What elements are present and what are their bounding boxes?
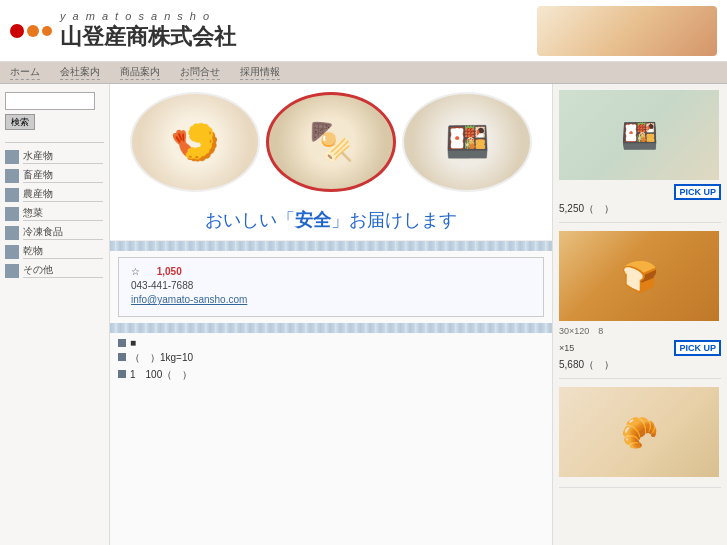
product-meta-1: PICK UP [559, 184, 721, 200]
product-price-text-1: 5,250（ ） [559, 203, 614, 214]
bullet-text-2: 1 100（ ） [130, 368, 192, 382]
sidebar-icon-5 [5, 245, 19, 259]
info-row-email: info@yamato-sansho.com [131, 294, 531, 305]
sidebar-icon-2 [5, 188, 19, 202]
info-row-phone: 043-441-7688 [131, 280, 531, 291]
hero-section: 🍤 🍢 🍱 おいしい「安全」お届けします [110, 84, 552, 241]
pickup-badge-1[interactable]: PICK UP [674, 184, 721, 200]
logo-dot-red [10, 24, 24, 38]
sidebar-item-3[interactable]: 惣菜 [5, 204, 104, 223]
sidebar-icon-6 [5, 264, 19, 278]
logo-area: y a m a t o s a n s h o 山登産商株式会社 [10, 10, 236, 52]
search-button[interactable]: 検索 [5, 114, 35, 130]
sidebar-menu: 水産物 畜産物 農産物 惣菜 冷凍食品 乾物 [5, 147, 104, 280]
product-meta-2: ×15 PICK UP [559, 340, 721, 356]
info-price: 1,050 [157, 266, 182, 277]
tagline-pre: おいしい「 [205, 210, 295, 230]
bullet-list: ■ （ ）1kg=10 1 100（ ） [118, 337, 544, 382]
hero-tagline: おいしい「安全」お届けします [118, 208, 544, 232]
sidebar-item-0[interactable]: 水産物 [5, 147, 104, 166]
deco-strip-bottom [110, 323, 552, 333]
info-row-price: ☆ 1,050 [131, 266, 531, 277]
navbar: ホーム 会社案内 商品案内 お問合せ 採用情報 [0, 62, 727, 84]
bullet-item-0: ■ [118, 337, 544, 348]
sidebar-item-2[interactable]: 農産物 [5, 185, 104, 204]
info-phone: 043-441-7688 [131, 280, 193, 291]
product-extra-tag-2: 30×120 8 [559, 325, 603, 338]
sidebar-label-4: 冷凍食品 [23, 225, 103, 240]
logo-jp-text: 山登産商株式会社 [60, 22, 236, 52]
bullet-item-1: （ ）1kg=10 [118, 351, 544, 365]
product-card-1: 🍱 PICK UP 5,250（ ） [559, 90, 721, 223]
sidebar-icon-3 [5, 207, 19, 221]
bullet-icon-1 [118, 353, 126, 361]
product-price-text-2: 5,680（ ） [559, 359, 614, 370]
food-plate-2: 🍢 [266, 92, 396, 192]
product-price-2: 5,680（ ） [559, 358, 721, 372]
sidebar-item-4[interactable]: 冷凍食品 [5, 223, 104, 242]
bullet-item-2: 1 100（ ） [118, 368, 544, 382]
sidebar-icon-0 [5, 150, 19, 164]
product-tags-2: 30×120 8 [559, 325, 721, 338]
sidebar-item-5[interactable]: 乾物 [5, 242, 104, 261]
product-price-1: 5,250（ ） [559, 202, 721, 216]
info-email-link[interactable]: info@yamato-sansho.com [131, 294, 247, 305]
nav-about[interactable]: 会社案内 [60, 65, 100, 80]
sidebar-label-0: 水産物 [23, 149, 103, 164]
info-label: ☆ [131, 266, 140, 277]
nav-recruit[interactable]: 採用情報 [240, 65, 280, 80]
product-image-3: 🥐 [559, 387, 719, 477]
header: y a m a t o s a n s h o 山登産商株式会社 [0, 0, 727, 62]
deco-strip-top [110, 241, 552, 251]
search-input[interactable] [5, 92, 95, 110]
logo-dot-small [42, 26, 52, 36]
nav-contact[interactable]: お問合せ [180, 65, 220, 80]
pickup-badge-2[interactable]: PICK UP [674, 340, 721, 356]
bullet-icon-0 [118, 339, 126, 347]
food-images: 🍤 🍢 🍱 [118, 92, 544, 202]
bullet-icon-2 [118, 370, 126, 378]
product-tag-2: ×15 [559, 343, 574, 353]
info-box: ☆ 1,050 043-441-7688 info@yamato-sansho.… [118, 257, 544, 317]
logo-en-text: y a m a t o s a n s h o [60, 10, 236, 22]
bullet-text-0: ■ [130, 337, 136, 348]
right-panel: 🍱 PICK UP 5,250（ ） 🍞 30×120 8 ×15 PICK U… [552, 84, 727, 545]
main-content: 🍤 🍢 🍱 おいしい「安全」お届けします ☆ 1,050 [110, 84, 552, 545]
product-image-1: 🍱 [559, 90, 719, 180]
sidebar-icon-4 [5, 226, 19, 240]
logo-dot-orange [27, 25, 39, 37]
product-card-2: 🍞 30×120 8 ×15 PICK UP 5,680（ ） [559, 231, 721, 379]
bullet-text-1: （ ）1kg=10 [130, 351, 193, 365]
sidebar-label-1: 畜産物 [23, 168, 103, 183]
sidebar-label-3: 惣菜 [23, 206, 103, 221]
food-plate-3: 🍱 [402, 92, 532, 192]
product-emoji-2: 🍞 [621, 259, 658, 294]
logo-dots [10, 24, 52, 38]
sidebar-item-6[interactable]: その他 [5, 261, 104, 280]
sidebar: 検索 水産物 畜産物 農産物 惣菜 冷凍食品 [0, 84, 110, 545]
food-plate-1: 🍤 [130, 92, 260, 192]
sidebar-label-2: 農産物 [23, 187, 103, 202]
header-image [537, 6, 717, 56]
product-card-3: 🥐 [559, 387, 721, 488]
tagline-bold: 安全 [295, 210, 331, 230]
nav-products[interactable]: 商品案内 [120, 65, 160, 80]
tagline-post: 」お届けします [331, 210, 457, 230]
sidebar-label-5: 乾物 [23, 244, 103, 259]
sidebar-icon-1 [5, 169, 19, 183]
main-layout: 検索 水産物 畜産物 農産物 惣菜 冷凍食品 [0, 84, 727, 545]
sidebar-divider [5, 142, 104, 143]
product-emoji-1: 🍱 [621, 118, 658, 153]
product-emoji-3: 🥐 [621, 415, 658, 450]
product-image-2: 🍞 [559, 231, 719, 321]
sidebar-item-1[interactable]: 畜産物 [5, 166, 104, 185]
nav-home[interactable]: ホーム [10, 65, 40, 80]
sidebar-label-6: その他 [23, 263, 103, 278]
logo-text-area: y a m a t o s a n s h o 山登産商株式会社 [60, 10, 236, 52]
